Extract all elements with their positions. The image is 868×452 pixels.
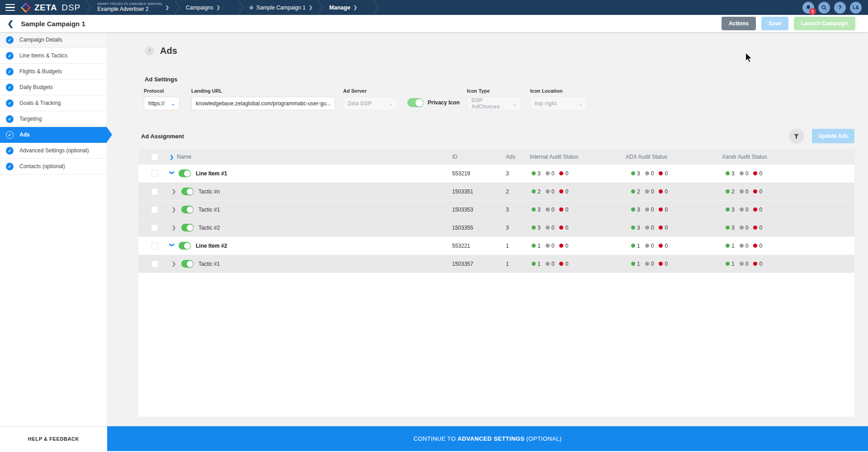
row-name: Tactic #2	[198, 225, 220, 231]
sidebar-item-contacts[interactable]: ✓ Contacts (optional)	[0, 159, 107, 174]
row-enabled-toggle[interactable]	[179, 242, 191, 250]
ad-settings-section-title: Ad Settings	[145, 76, 868, 83]
hamburger-menu-icon[interactable]	[0, 0, 20, 15]
sidebar-item-label: Daily Budgets	[19, 84, 53, 90]
row-expand-chevron-icon[interactable]: ❯	[172, 188, 178, 194]
row-checkbox[interactable]	[151, 206, 158, 213]
row-checkbox[interactable]	[151, 188, 158, 195]
row-expand-chevron-icon[interactable]: ❯	[172, 225, 178, 231]
breadcrumb-manage[interactable]: Manage ❯	[324, 0, 363, 15]
audit-stat-ok: 3	[631, 225, 640, 231]
sidebar-item-campaign-details[interactable]: ✓ Campaign Details	[0, 32, 107, 48]
row-enabled-toggle[interactable]	[181, 260, 193, 268]
row-id: 1503351	[452, 188, 506, 195]
table-row[interactable]: ❯ Tactic #n 1503351 2 200 200 200	[138, 183, 854, 201]
pending-dot-icon	[740, 226, 744, 230]
table-row[interactable]: ❯ Tactic #2 1503355 3 300 300 300	[138, 219, 854, 237]
chevron-right-icon[interactable]: ❯	[354, 5, 357, 10]
breadcrumb-divider	[318, 0, 324, 15]
update-ads-button[interactable]: Update Ads	[812, 129, 854, 143]
audit-stat-pending: 0	[546, 188, 555, 195]
icon-location-label: Icon Location	[530, 88, 587, 94]
table-row[interactable]: ❯ Tactic #1 1503357 1 100 100 100	[138, 255, 854, 273]
sidebar-item-line-items-tactics[interactable]: ✓ Line Items & Tactics	[0, 48, 107, 64]
row-expand-chevron-icon[interactable]: ❯	[169, 170, 175, 177]
select-all-checkbox[interactable]	[151, 153, 158, 160]
pending-dot-icon	[645, 207, 649, 212]
rejected-dot-icon	[659, 171, 663, 175]
ad-server-select[interactable]: Zeta DSP ⌄	[343, 97, 397, 110]
notifications-button[interactable]: 1	[802, 2, 814, 14]
help-button[interactable]: ?	[834, 2, 846, 14]
chevron-down-icon: ⌄	[171, 101, 175, 106]
sidebar-item-ads[interactable]: ✓ Ads	[0, 127, 107, 143]
pending-dot-icon	[546, 171, 550, 175]
adx-audit-status: 300	[626, 170, 722, 177]
zeta-dsp-logo[interactable]: ZETA DSP	[20, 0, 86, 15]
sidebar-item-label: Advanced Settings (optional)	[19, 147, 89, 154]
ad-server-value: Zeta DSP	[348, 100, 372, 107]
launch-campaign-button[interactable]: Launch Campaign	[794, 17, 855, 30]
expand-all-chevron-icon[interactable]: ❯	[170, 154, 174, 160]
breadcrumb-campaign[interactable]: Sample Campaign 1 ❯	[244, 0, 318, 15]
row-enabled-toggle[interactable]	[181, 206, 193, 213]
row-enabled-toggle[interactable]	[179, 170, 191, 177]
row-checkbox[interactable]	[151, 224, 158, 231]
privacy-icon-toggle[interactable]	[407, 98, 424, 107]
row-expand-chevron-icon[interactable]: ❯	[169, 243, 175, 249]
search-button[interactable]	[818, 2, 830, 14]
user-avatar[interactable]: L&	[850, 2, 862, 14]
table-row[interactable]: ❯ Line Item #2 553221 1 100 100 100	[138, 237, 854, 255]
audit-stat-ok: 3	[631, 207, 640, 213]
sidebar-item-flights-budgets[interactable]: ✓ Flights & Budgets	[0, 64, 107, 80]
help-feedback-button[interactable]: HELP & FEEDBACK	[0, 426, 107, 451]
icon-location-select[interactable]: top right ⌄	[530, 97, 587, 110]
table-row[interactable]: ❯ Tactic #1 1503353 3 300 300 300	[138, 201, 854, 219]
protocol-value: https://	[148, 100, 165, 107]
chevron-right-icon[interactable]: ❯	[165, 5, 169, 10]
row-ads-count: 3	[506, 207, 530, 213]
audit-stat-pending: 0	[740, 243, 749, 249]
sidebar-item-advanced-settings[interactable]: ✓ Advanced Settings (optional)	[0, 143, 107, 159]
icon-type-select[interactable]: DSP AdChoices ⌄	[467, 97, 521, 110]
column-header-id: ID	[452, 154, 506, 160]
audit-stat-pending: 0	[645, 188, 654, 195]
sidebar-item-label: Contacts (optional)	[19, 163, 65, 170]
audit-stat-rejected: 0	[559, 170, 568, 177]
rejected-dot-icon	[559, 171, 563, 175]
breadcrumb-campaigns[interactable]: Campaigns ❯	[180, 0, 226, 15]
audit-stat-ok: 3	[726, 170, 735, 177]
actions-button[interactable]: Actions	[722, 17, 756, 30]
pending-dot-icon	[740, 262, 744, 266]
chevron-right-icon[interactable]: ❯	[217, 5, 220, 10]
protocol-select[interactable]: https:// ⌄	[144, 97, 179, 110]
breadcrumb-advertiser[interactable]: SMART PROJECTS (VARIABLE MARGIN) Example…	[92, 0, 175, 15]
table-row[interactable]: ❯ Line Item #1 553219 3 300 300 300	[138, 165, 854, 183]
main-content: 7 Ads Ad Settings Protocol https:// ⌄ La…	[108, 32, 868, 426]
chevron-right-icon[interactable]: ❯	[309, 5, 312, 10]
row-enabled-toggle[interactable]	[181, 224, 193, 231]
row-checkbox[interactable]	[151, 242, 158, 250]
landing-url-input[interactable]	[196, 100, 330, 107]
row-checkbox[interactable]	[151, 260, 158, 268]
protocol-label: Protocol	[144, 88, 179, 94]
pending-dot-icon	[740, 244, 744, 248]
back-button[interactable]: ❮	[7, 20, 14, 28]
adx-audit-status: 300	[626, 225, 722, 231]
row-checkbox[interactable]	[151, 170, 158, 177]
filter-button[interactable]	[789, 128, 804, 144]
save-button[interactable]: Save	[761, 17, 788, 30]
row-expand-chevron-icon[interactable]: ❯	[172, 261, 178, 267]
audit-stat-ok: 3	[631, 170, 640, 177]
pending-dot-icon	[740, 171, 744, 175]
sidebar-item-targeting[interactable]: ✓ Targeting	[0, 111, 107, 127]
sidebar-item-daily-budgets[interactable]: ✓ Daily Budgets	[0, 80, 107, 95]
sidebar-item-goals-tracking[interactable]: ✓ Goals & Tracking	[0, 95, 107, 111]
manage-label: Manage	[329, 5, 350, 11]
audit-stat-ok: 1	[631, 243, 640, 249]
ok-dot-icon	[631, 189, 635, 193]
row-expand-chevron-icon[interactable]: ❯	[172, 207, 178, 212]
row-enabled-toggle[interactable]	[181, 188, 193, 195]
landing-url-label: Landing URL	[191, 88, 335, 94]
continue-advanced-settings-button[interactable]: CONTINUE TO ADVANCED SETTINGS (OPTIONAL)	[107, 426, 868, 451]
